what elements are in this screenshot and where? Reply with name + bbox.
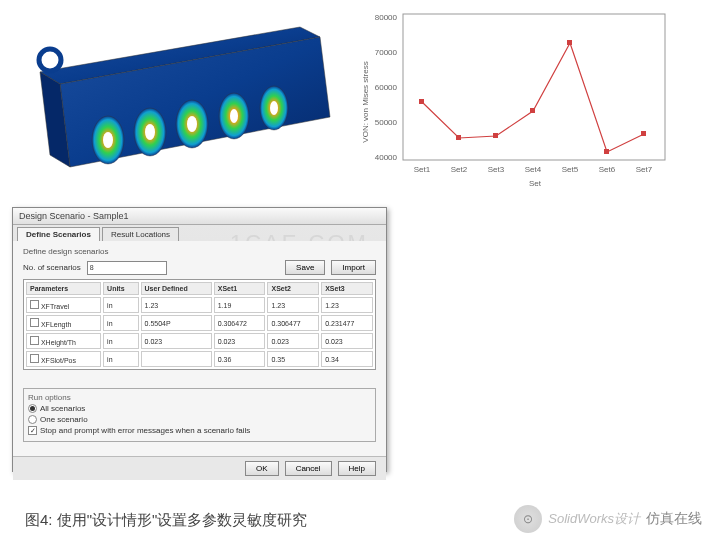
svg-rect-24 [641, 131, 646, 136]
dialog-title: Design Scenario - Sample1 [13, 208, 386, 225]
watermark-brand: SolidWorks设计 [548, 510, 640, 528]
col-units: Units [103, 282, 138, 295]
help-button[interactable]: Help [338, 461, 376, 476]
run-options-legend: Run options [28, 393, 371, 402]
svg-rect-20 [493, 133, 498, 138]
run-options-group: Run options All scenarios One scenario ✓… [23, 388, 376, 442]
svg-text:60000: 60000 [375, 83, 398, 92]
svg-point-7 [145, 124, 155, 140]
watermark-footer: ⊙ SolidWorks设计 仿真在线 [514, 505, 702, 533]
svg-rect-23 [604, 149, 609, 154]
sensitivity-chart: 80000 70000 60000 50000 40000 VON: von M… [355, 2, 675, 192]
svg-point-8 [187, 116, 197, 132]
radio-all-scenarios[interactable] [28, 404, 37, 413]
col-set2: XSet2 [267, 282, 319, 295]
radio-one-scenario[interactable] [28, 415, 37, 424]
tab-define-scenarios[interactable]: Define Scenarios [17, 227, 100, 241]
svg-point-10 [270, 101, 278, 115]
svg-text:Set: Set [529, 179, 542, 188]
cancel-button[interactable]: Cancel [285, 461, 332, 476]
table-row[interactable]: XFTravel in 1.23 1.19 1.23 1.23 [26, 297, 373, 313]
svg-text:Set7: Set7 [636, 165, 653, 174]
stop-prompt-label: Stop and prompt with error messages when… [40, 426, 250, 435]
dialog-tabs: Define Scenarios Result Locations [13, 225, 386, 241]
no-scenarios-label: No. of scenarios [23, 263, 81, 272]
svg-text:50000: 50000 [375, 118, 398, 127]
svg-rect-17 [403, 14, 665, 160]
parameter-table[interactable]: Parameters Units User Defined XSet1 XSet… [23, 279, 376, 370]
checkbox-stop-prompt[interactable]: ✓ [28, 426, 37, 435]
svg-rect-19 [456, 135, 461, 140]
tab-result-locations[interactable]: Result Locations [102, 227, 179, 241]
watermark-site: 仿真在线 [646, 510, 702, 528]
ok-button[interactable]: OK [245, 461, 279, 476]
wechat-icon: ⊙ [514, 505, 542, 533]
svg-point-6 [103, 132, 113, 148]
svg-text:Set5: Set5 [562, 165, 579, 174]
all-scenarios-label: All scenarios [40, 404, 85, 413]
one-scenario-label: One scenario [40, 415, 88, 424]
svg-text:Set1: Set1 [414, 165, 431, 174]
fea-model [10, 2, 340, 192]
table-row[interactable]: XHeight/Th in 0.023 0.023 0.023 0.023 [26, 333, 373, 349]
table-row[interactable]: XFLength in 0.5504P 0.306472 0.306477 0.… [26, 315, 373, 331]
no-scenarios-value: 8 [90, 264, 94, 271]
svg-text:Set3: Set3 [488, 165, 505, 174]
svg-text:70000: 70000 [375, 48, 398, 57]
svg-point-9 [230, 109, 238, 123]
figure-caption: 图4: 使用"设计情形"设置多参数灵敏度研究 [25, 511, 307, 530]
design-scenario-dialog: Design Scenario - Sample1 Define Scenari… [12, 207, 387, 472]
svg-text:VON: von Mises stress: VON: von Mises stress [361, 61, 370, 142]
no-scenarios-dropdown[interactable]: 8 [87, 261, 167, 275]
col-set1: XSet1 [214, 282, 266, 295]
col-set3: XSet3 [321, 282, 373, 295]
svg-text:Set2: Set2 [451, 165, 468, 174]
col-userdef: User Defined [141, 282, 212, 295]
define-scenarios-label: Define design scenarios [23, 247, 376, 256]
svg-text:Set4: Set4 [525, 165, 542, 174]
svg-text:Set6: Set6 [599, 165, 616, 174]
svg-text:40000: 40000 [375, 153, 398, 162]
svg-point-0 [39, 49, 61, 71]
save-button[interactable]: Save [285, 260, 325, 275]
svg-rect-18 [419, 99, 424, 104]
table-row[interactable]: XFSlot/Pos in 0.36 0.35 0.34 [26, 351, 373, 367]
svg-text:80000: 80000 [375, 13, 398, 22]
col-parameters: Parameters [26, 282, 101, 295]
svg-rect-22 [567, 40, 572, 45]
svg-rect-21 [530, 108, 535, 113]
import-button[interactable]: Import [331, 260, 376, 275]
